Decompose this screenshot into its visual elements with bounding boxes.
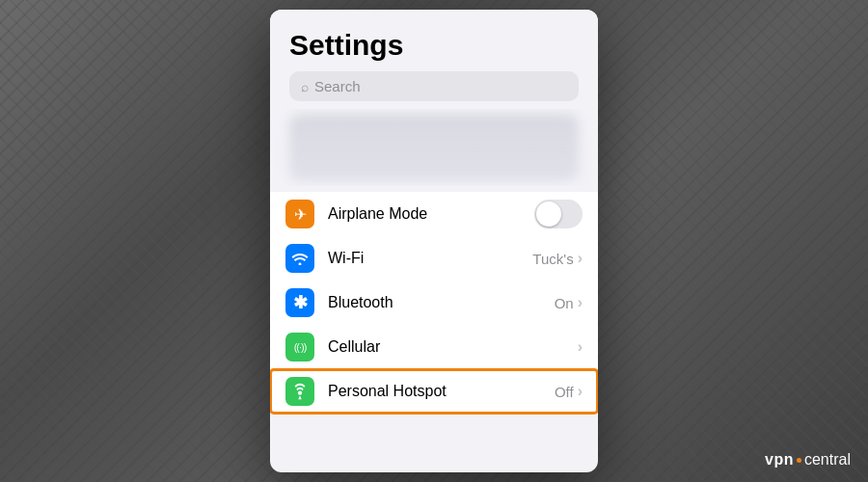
bluetooth-value: On xyxy=(555,295,574,311)
bluetooth-row[interactable]: ✱ Bluetooth On › xyxy=(270,281,598,325)
airplane-mode-toggle[interactable] xyxy=(534,200,583,228)
cellular-label: Cellular xyxy=(328,338,578,356)
toggle-knob xyxy=(536,201,561,227)
personal-hotspot-value: Off xyxy=(555,384,574,400)
airplane-mode-label: Airplane Mode xyxy=(328,205,534,223)
wifi-label: Wi-Fi xyxy=(328,250,532,267)
settings-header: Settings ⌕ Search xyxy=(270,10,598,109)
wifi-value: Tuck's xyxy=(532,251,573,267)
page-title: Settings xyxy=(289,29,579,62)
central-text: central xyxy=(804,451,851,469)
airplane-mode-row[interactable]: ✈ Airplane Mode xyxy=(270,192,598,236)
svg-point-0 xyxy=(298,391,302,395)
personal-hotspot-row[interactable]: Personal Hotspot Off › xyxy=(270,369,598,414)
hotspot-icon xyxy=(285,377,314,406)
vpn-central-badge: vpn central xyxy=(765,451,851,469)
vpn-text: vpn xyxy=(765,451,794,469)
bluetooth-icon: ✱ xyxy=(285,288,314,317)
personal-hotspot-chevron: › xyxy=(578,383,583,400)
bluetooth-label: Bluetooth xyxy=(328,294,555,311)
vpn-dot xyxy=(797,458,801,463)
bluetooth-chevron: › xyxy=(578,294,583,311)
phone-screen: Settings ⌕ Search ✈ Airplane Mode xyxy=(270,10,598,472)
wifi-chevron: › xyxy=(578,250,583,267)
search-bar[interactable]: ⌕ Search xyxy=(289,71,579,101)
airplane-mode-icon: ✈ xyxy=(285,200,314,228)
cellular-row[interactable]: ((·)) Cellular › xyxy=(270,325,598,369)
wifi-icon xyxy=(285,244,314,273)
blurred-content xyxy=(289,114,579,181)
cellular-icon: ((·)) xyxy=(285,333,314,362)
connectivity-settings-group: ✈ Airplane Mode Wi-Fi Tuck's › ✱ Bluetoo… xyxy=(270,192,598,414)
blurred-profile-section xyxy=(270,109,598,186)
search-icon: ⌕ xyxy=(301,79,309,94)
search-placeholder: Search xyxy=(314,78,361,94)
cellular-chevron: › xyxy=(578,338,583,356)
personal-hotspot-label: Personal Hotspot xyxy=(328,383,555,400)
wifi-row[interactable]: Wi-Fi Tuck's › xyxy=(270,236,598,281)
